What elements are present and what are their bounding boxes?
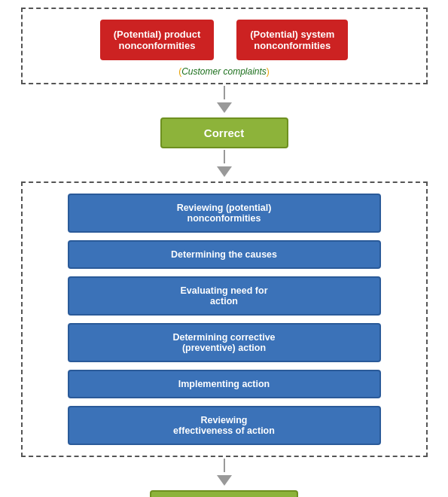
step-determining-corrective: Determining corrective (preventive) acti… [68, 323, 381, 362]
arrow-1 [217, 86, 232, 116]
step-reviewing-nonconformities: Reviewing (potential) nonconformities [68, 194, 381, 233]
step-implementing-action: Implementing action [68, 370, 381, 398]
step-determining-causes: Determining the causes [68, 240, 381, 269]
close-paren: ) [267, 66, 270, 77]
correct-box: Correct [160, 117, 288, 148]
customer-complaints-label: (Customer complaints) [178, 66, 270, 77]
step-reviewing-effectiveness: Reviewing effectiveness of action [68, 406, 381, 445]
step-evaluating-need: Evaluating need for action [68, 276, 381, 316]
top-input-box: (Potential) product nonconformities (Pot… [21, 8, 428, 84]
diagram: (Potential) product nonconformities (Pot… [21, 8, 428, 497]
steps-box: Reviewing (potential) nonconformities De… [21, 181, 428, 457]
updating-documents-box: Updating and issuing documents [150, 490, 297, 497]
arrow-2 [217, 150, 232, 180]
system-nonconformities-box: (Potential) system nonconformities [236, 20, 348, 60]
product-nonconformities-box: (Potential) product nonconformities [100, 20, 215, 60]
arrow-3 [217, 459, 232, 489]
